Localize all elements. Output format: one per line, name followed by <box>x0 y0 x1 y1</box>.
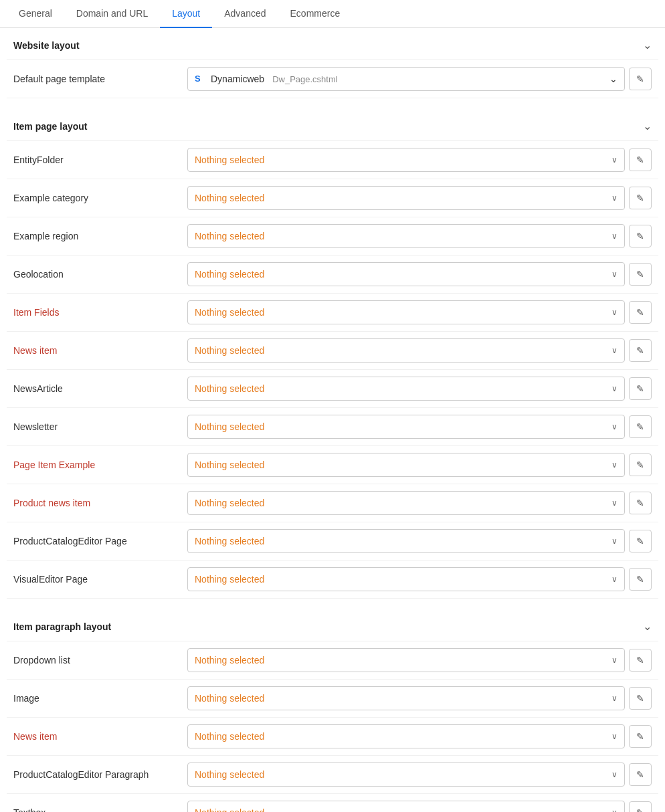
tab-ecommerce[interactable]: Ecommerce <box>278 0 353 28</box>
edit-icon: ✎ <box>636 460 644 470</box>
control-geolocation: Nothing selected∨✎ <box>187 262 652 286</box>
navigation-tabs: GeneralDomain and URLLayoutAdvancedEcomm… <box>0 0 665 28</box>
chevron-down-icon: ∨ <box>611 346 618 355</box>
default-page-template-edit-button[interactable]: ✎ <box>629 68 652 90</box>
label-news-item: News item <box>13 345 187 356</box>
edit-button-example-region[interactable]: ✎ <box>629 225 652 247</box>
select-product-news-item[interactable]: Nothing selected∨ <box>187 491 625 515</box>
edit-button-geolocation[interactable]: ✎ <box>629 263 652 286</box>
edit-button-productcatalog-editor-page[interactable]: ✎ <box>629 530 652 552</box>
chevron-down-icon: ∨ <box>611 770 618 779</box>
select-news-item[interactable]: Nothing selected∨ <box>187 338 625 363</box>
edit-button-product-news-item[interactable]: ✎ <box>629 492 652 514</box>
edit-button-visual-editor-page[interactable]: ✎ <box>629 568 652 591</box>
form-row-textbox: TextboxNothing selected∨✎ <box>7 794 658 812</box>
edit-button-newsletter[interactable]: ✎ <box>629 415 652 438</box>
select-value-news-item: Nothing selected <box>195 345 264 356</box>
select-value-entity-folder: Nothing selected <box>195 155 264 165</box>
select-item-fields[interactable]: Nothing selected∨ <box>187 300 625 324</box>
select-value-productcatalog-editor-page: Nothing selected <box>195 536 264 546</box>
item-paragraph-layout-section: Item paragraph layout ⌄ Dropdown listNot… <box>0 609 665 812</box>
control-example-region: Nothing selected∨✎ <box>187 224 652 248</box>
tab-advanced[interactable]: Advanced <box>212 0 278 28</box>
form-row-geolocation: GeolocationNothing selected∨✎ <box>7 256 658 294</box>
select-visual-editor-page[interactable]: Nothing selected∨ <box>187 567 625 591</box>
select-value-visual-editor-page: Nothing selected <box>195 574 264 585</box>
chevron-down-icon: ∨ <box>611 193 618 203</box>
default-page-template-row: Default page template S Dynamicweb Dw_Pa… <box>7 60 658 98</box>
item-page-layout-title: Item page layout <box>13 121 87 132</box>
item-page-layout-collapse-icon[interactable]: ⌄ <box>643 120 652 132</box>
template-select-chevron-icon: ⌄ <box>609 74 618 84</box>
select-dropdown-list[interactable]: Nothing selected∨ <box>187 648 625 672</box>
tab-layout[interactable]: Layout <box>160 0 212 28</box>
select-textbox[interactable]: Nothing selected∨ <box>187 801 625 812</box>
edit-button-news-item[interactable]: ✎ <box>629 339 652 362</box>
label-productcatalog-editor-para: ProductCatalogEditor Paragraph <box>13 769 187 780</box>
control-news-item: Nothing selected∨✎ <box>187 338 652 363</box>
label-news-article: NewsArticle <box>13 383 187 394</box>
edit-button-page-item-example[interactable]: ✎ <box>629 453 652 476</box>
edit-icon: ✎ <box>636 193 644 203</box>
tab-domain-url[interactable]: Domain and URL <box>64 0 160 28</box>
default-page-template-control: S Dynamicweb Dw_Page.cshtml ⌄ ✎ <box>187 67 652 91</box>
template-path: Dw_Page.cshtml <box>272 74 338 84</box>
edit-icon: ✎ <box>636 269 644 280</box>
edit-button-textbox[interactable]: ✎ <box>629 801 652 812</box>
website-layout-collapse-icon[interactable]: ⌄ <box>643 39 652 52</box>
select-value-page-item-example: Nothing selected <box>195 460 264 470</box>
chevron-down-icon: ∨ <box>611 384 618 393</box>
item-paragraph-layout-title: Item paragraph layout <box>13 621 111 632</box>
control-newsletter: Nothing selected∨✎ <box>187 415 652 439</box>
website-layout-section: Website layout ⌄ Default page template S… <box>0 28 665 98</box>
select-newsletter[interactable]: Nothing selected∨ <box>187 415 625 439</box>
label-example-category: Example category <box>13 193 187 203</box>
control-entity-folder: Nothing selected∨✎ <box>187 148 652 172</box>
website-layout-title: Website layout <box>13 40 80 51</box>
edit-icon: ✎ <box>636 383 644 394</box>
control-product-news-item: Nothing selected∨✎ <box>187 491 652 515</box>
edit-button-item-fields[interactable]: ✎ <box>629 301 652 324</box>
select-news-article[interactable]: Nothing selected∨ <box>187 377 625 401</box>
select-entity-folder[interactable]: Nothing selected∨ <box>187 148 625 172</box>
label-geolocation: Geolocation <box>13 269 187 280</box>
chevron-down-icon: ∨ <box>611 422 618 431</box>
select-productcatalog-editor-page[interactable]: Nothing selected∨ <box>187 529 625 553</box>
control-news-article: Nothing selected∨✎ <box>187 377 652 401</box>
default-page-template-select[interactable]: S Dynamicweb Dw_Page.cshtml ⌄ <box>187 67 625 91</box>
select-example-region[interactable]: Nothing selected∨ <box>187 224 625 248</box>
select-value-dropdown-list: Nothing selected <box>195 655 264 666</box>
select-value-productcatalog-editor-para: Nothing selected <box>195 769 264 780</box>
label-image: Image <box>13 693 187 704</box>
edit-button-image[interactable]: ✎ <box>629 687 652 710</box>
control-image: Nothing selected∨✎ <box>187 686 652 710</box>
edit-button-entity-folder[interactable]: ✎ <box>629 148 652 171</box>
item-page-layout-section: Item page layout ⌄ EntityFolderNothing s… <box>0 109 665 599</box>
form-row-news-item-para: News itemNothing selected∨✎ <box>7 718 658 756</box>
tab-general[interactable]: General <box>7 0 64 28</box>
form-row-product-news-item: Product news itemNothing selected∨✎ <box>7 484 658 522</box>
edit-button-productcatalog-editor-para[interactable]: ✎ <box>629 763 652 786</box>
edit-button-news-article[interactable]: ✎ <box>629 377 652 400</box>
default-page-template-label: Default page template <box>13 74 187 84</box>
edit-icon: ✎ <box>636 231 644 241</box>
chevron-down-icon: ∨ <box>611 655 618 665</box>
edit-button-news-item-para[interactable]: ✎ <box>629 725 652 748</box>
label-entity-folder: EntityFolder <box>13 155 187 165</box>
select-value-image: Nothing selected <box>195 693 264 704</box>
select-image[interactable]: Nothing selected∨ <box>187 686 625 710</box>
select-value-newsletter: Nothing selected <box>195 421 264 432</box>
select-geolocation[interactable]: Nothing selected∨ <box>187 262 625 286</box>
label-textbox: Textbox <box>13 807 187 812</box>
item-paragraph-layout-collapse-icon[interactable]: ⌄ <box>643 620 652 633</box>
edit-button-example-category[interactable]: ✎ <box>629 187 652 209</box>
select-productcatalog-editor-para[interactable]: Nothing selected∨ <box>187 763 625 787</box>
edit-button-dropdown-list[interactable]: ✎ <box>629 649 652 672</box>
form-row-news-item: News itemNothing selected∨✎ <box>7 332 658 370</box>
label-dropdown-list: Dropdown list <box>13 655 187 666</box>
select-page-item-example[interactable]: Nothing selected∨ <box>187 453 625 477</box>
item-paragraph-layout-header: Item paragraph layout ⌄ <box>7 609 658 641</box>
select-news-item-para[interactable]: Nothing selected∨ <box>187 724 625 748</box>
select-example-category[interactable]: Nothing selected∨ <box>187 186 625 210</box>
form-row-productcatalog-editor-page: ProductCatalogEditor PageNothing selecte… <box>7 522 658 561</box>
